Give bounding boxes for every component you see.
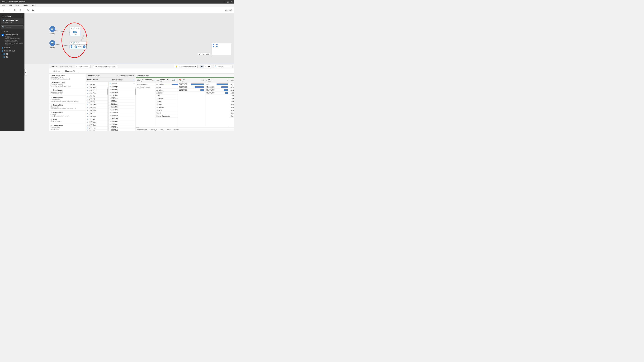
filter-values-btn[interactable]: ▽ Filter Values... bbox=[75, 65, 91, 68]
refresh-btn[interactable]: ↻ bbox=[26, 8, 30, 12]
table-item-t1[interactable]: ● ▦ T1 bbox=[0, 52, 24, 55]
pivot-name-4[interactable]: #1976 Jan bbox=[86, 95, 108, 98]
date-info-icon[interactable]: ℹ bbox=[203, 79, 204, 81]
close-btn[interactable]: ✕ bbox=[230, 1, 233, 3]
pivot-val-15[interactable]: #1977 Feb bbox=[108, 129, 136, 131]
forward-btn[interactable]: → bbox=[8, 8, 12, 12]
pivot-val-8[interactable]: #1976 May bbox=[108, 108, 136, 111]
panel-search[interactable]: 🔍 ▾ bbox=[214, 65, 232, 68]
pivot-val-4[interactable]: #1976 Jan bbox=[108, 97, 136, 100]
link-icon[interactable]: 🔗 bbox=[154, 79, 155, 81]
pivot-search-menu[interactable]: ⋯ bbox=[133, 83, 135, 84]
pivot-name-14[interactable]: #1977 Dec bbox=[86, 124, 108, 127]
maximize-btn[interactable]: □ bbox=[226, 1, 229, 3]
columns-to-rows-btn[interactable]: ⇄ Columns to Rows ▾ bbox=[116, 74, 134, 77]
view-btn-list[interactable]: ≡ bbox=[204, 65, 207, 68]
export-edit-icon[interactable]: ✎ bbox=[226, 79, 228, 81]
pivot-name-10[interactable]: #1976 Oct bbox=[86, 112, 108, 115]
save-btn[interactable] bbox=[13, 8, 18, 12]
pivot-name-6[interactable]: #1976 Jun bbox=[86, 100, 108, 103]
pivot-name-1[interactable]: #1976 Aug bbox=[86, 86, 108, 89]
pivot-val-9[interactable]: #1976 Nov bbox=[108, 111, 136, 114]
zoom-minus-btn[interactable]: − bbox=[201, 53, 202, 55]
export-node[interactable]: Export bbox=[50, 40, 55, 48]
pivot-name-7[interactable]: #1976 Mar bbox=[86, 103, 108, 106]
change-item-4[interactable]: ✎ Rename Field [Country_E] From [Variabl… bbox=[49, 103, 86, 110]
pivot3-add-btn[interactable]: + bbox=[83, 45, 86, 48]
pivot-val-13[interactable]: #1977 Aug bbox=[108, 123, 136, 126]
union-tb-btn2[interactable]: 🔗 bbox=[72, 27, 75, 29]
expand-icon[interactable]: ⤢ bbox=[199, 53, 200, 55]
pivot-name-11[interactable]: #1976 Sep bbox=[86, 115, 108, 118]
change-item-0[interactable]: ≡ Calculated Field [Variables - Split 1]… bbox=[49, 73, 86, 81]
pivot-val-6[interactable]: #1976 Jun bbox=[108, 103, 136, 105]
file-item[interactable]: 📄 outputFile.xlsx Microsoft Excel bbox=[1, 18, 24, 24]
results-scrollbar[interactable] bbox=[136, 127, 234, 128]
footer-export[interactable]: Export bbox=[166, 129, 170, 131]
menu-help[interactable]: Help bbox=[32, 4, 36, 6]
pivot-name-3[interactable]: #1976 Feb bbox=[86, 92, 108, 95]
pivot-name-0[interactable]: #1976 Apr bbox=[86, 83, 108, 86]
change-item-3[interactable]: ✎ Rename Field [Denomination] From [Vari… bbox=[49, 96, 86, 103]
pivot-val-7[interactable]: #1976 Mar bbox=[108, 105, 136, 108]
canvas-area[interactable]: Import Export ⚙ 🔗 ✦ ✕ bbox=[24, 13, 234, 64]
pivot-val-1[interactable]: #1976 Aug bbox=[108, 88, 136, 91]
union-tb-btn4[interactable]: ✕ bbox=[78, 27, 80, 29]
pivot3-tb-btn2[interactable]: 🔗 bbox=[72, 42, 75, 44]
pivot3-tb-btn3[interactable]: ✦ bbox=[75, 42, 77, 44]
panel-search-arrow[interactable]: ▾ bbox=[230, 66, 231, 67]
ce-link-icon[interactable]: 🔗 bbox=[173, 79, 175, 81]
menu-server[interactable]: Server bbox=[22, 4, 29, 6]
menu-file[interactable]: File bbox=[1, 4, 6, 6]
values-scrollbar[interactable] bbox=[135, 87, 136, 131]
pivot-name-5[interactable]: #1976 Jul bbox=[86, 98, 108, 100]
calc-field-btn[interactable]: = Create Calculated Field... bbox=[93, 65, 118, 68]
pivot-name-16[interactable]: #1977 Jan bbox=[86, 129, 108, 131]
change-item-7[interactable]: ⟳ Change Type [Pivot1 Names] To Date typ… bbox=[49, 124, 86, 131]
pivot-name-15[interactable]: #1977 Feb bbox=[86, 127, 108, 129]
change-item-1[interactable]: ≡ Calculated Field [Variables - Split 2]… bbox=[49, 81, 86, 88]
pivot-values-search-input[interactable] bbox=[112, 83, 133, 84]
view-btn-detail[interactable]: ☰ bbox=[207, 65, 211, 68]
run-btn[interactable]: ▶ bbox=[32, 8, 35, 12]
alerts-btn[interactable]: Alerts (0) bbox=[225, 9, 232, 11]
pivot-name-8[interactable]: #1976 May bbox=[86, 106, 108, 109]
pivot-val-5[interactable]: #1976 Jul bbox=[108, 100, 136, 103]
union-tb-btn3[interactable]: ✦ bbox=[75, 27, 77, 29]
pivot-name-2[interactable]: #1976 Dec bbox=[86, 89, 108, 92]
pivot-val-10[interactable]: #1976 Oct bbox=[108, 114, 136, 117]
ce-info-icon[interactable]: ℹ bbox=[176, 79, 176, 81]
pivot-val-3[interactable]: #1976 Feb bbox=[108, 94, 136, 97]
pivot-val-12[interactable]: #1977 Apr bbox=[108, 120, 136, 123]
view-btn-grid[interactable]: ⊞ bbox=[200, 65, 204, 68]
pivot-val-11[interactable]: #1976 Sep bbox=[108, 117, 136, 120]
pivot-values-search[interactable]: 🔍 ⋯ bbox=[108, 82, 136, 85]
back-btn[interactable]: ← bbox=[2, 8, 6, 12]
footer-country-e[interactable]: Country_E bbox=[150, 129, 157, 131]
minimize-btn[interactable]: ─ bbox=[223, 1, 226, 3]
search-input[interactable] bbox=[5, 26, 22, 28]
pivot-name-13[interactable]: #1977 Aug bbox=[86, 121, 108, 124]
tab-settings[interactable]: Settings bbox=[51, 69, 62, 73]
add-connection-btn[interactable]: + bbox=[22, 15, 23, 18]
footer-country[interactable]: Country bbox=[173, 129, 179, 131]
sidebar-search[interactable]: 🔍 bbox=[1, 25, 24, 29]
pivot-val-0[interactable]: #1976 Apr bbox=[108, 85, 136, 88]
menu-flow[interactable]: Flow bbox=[15, 4, 20, 6]
menu-edit[interactable]: Edit bbox=[8, 4, 12, 6]
change-item-5[interactable]: ✎ Rename Field [Country] From [Variables… bbox=[49, 110, 86, 118]
import-node[interactable]: Import bbox=[50, 26, 55, 34]
panel-search-input[interactable] bbox=[218, 66, 230, 67]
pivot3-node[interactable]: → Pivot 3 + bbox=[70, 44, 86, 49]
union-tb-btn1[interactable]: ⚙ bbox=[70, 27, 72, 29]
footer-date[interactable]: Date bbox=[160, 129, 163, 131]
cleaned-checkbox[interactable] bbox=[2, 34, 4, 36]
change-item-2[interactable]: ⊞ Group Values [Variables - Split 2] 2 v… bbox=[49, 88, 86, 96]
change-item-6[interactable]: ⊟ Pivot Fields Pivoted: 1 bbox=[49, 118, 86, 124]
table-item-content-c7[interactable]: ▦ Content C7:E8 bbox=[0, 49, 24, 52]
names-scrollbar[interactable] bbox=[108, 87, 108, 131]
table-item-cleaned[interactable]: Cleaned with Data Interpre... To undo ch… bbox=[0, 33, 24, 46]
pivot-name-12[interactable]: #1977 Apr bbox=[86, 118, 108, 121]
ce-copy-icon[interactable]: ⧉ bbox=[172, 79, 173, 81]
tab-changes[interactable]: Changes (9) bbox=[62, 69, 78, 73]
